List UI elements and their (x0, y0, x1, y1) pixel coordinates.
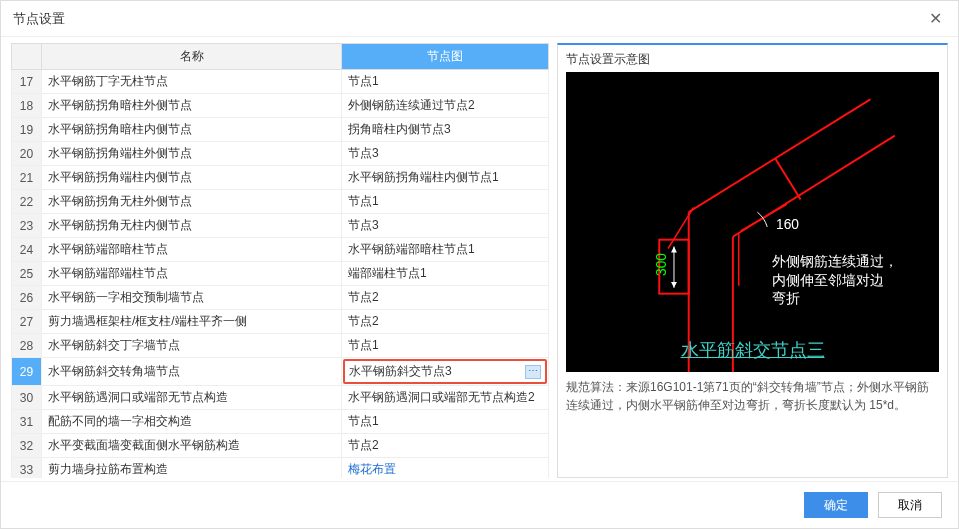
col-diagram[interactable]: 节点图 (342, 44, 549, 70)
cell-value: 水平钢筋斜交节点3 (349, 363, 452, 380)
table-row[interactable]: 29水平钢筋斜交转角墙节点水平钢筋斜交节点3⋯ (12, 358, 549, 386)
table-row[interactable]: 27剪力墙遇框架柱/框支柱/端柱平齐一侧节点2 (12, 310, 549, 334)
cell-name[interactable]: 水平钢筋拐角端柱外侧节点 (42, 142, 342, 166)
cell-diagram[interactable]: 节点1 (342, 190, 549, 214)
dim-label: 300 (654, 253, 669, 276)
cell-name[interactable]: 水平钢筋斜交转角墙节点 (42, 358, 342, 386)
cell-diagram[interactable]: 梅花布置 (342, 458, 549, 479)
cell-diagram[interactable]: 节点1 (342, 70, 549, 94)
table-row[interactable]: 17水平钢筋丁字无柱节点节点1 (12, 70, 549, 94)
table-row[interactable]: 24水平钢筋端部暗柱节点水平钢筋端部暗柱节点1 (12, 238, 549, 262)
angle-label: 160 (776, 217, 799, 232)
row-number: 26 (12, 286, 42, 310)
ok-button[interactable]: 确定 (804, 492, 868, 518)
cell-name[interactable]: 水平钢筋拐角暗柱内侧节点 (42, 118, 342, 142)
cell-link[interactable]: 梅花布置 (348, 462, 396, 476)
table-row[interactable]: 22水平钢筋拐角无柱外侧节点节点1 (12, 190, 549, 214)
cell-name[interactable]: 水平钢筋拐角暗柱外侧节点 (42, 94, 342, 118)
svg-line-4 (775, 158, 801, 199)
table-row[interactable]: 28水平钢筋斜交丁字墙节点节点1 (12, 334, 549, 358)
row-number: 23 (12, 214, 42, 238)
cell-diagram[interactable]: 节点2 (342, 434, 549, 458)
cell-diagram[interactable]: 节点2 (342, 310, 549, 334)
cell-name[interactable]: 水平钢筋端部暗柱节点 (42, 238, 342, 262)
table-row[interactable]: 20水平钢筋拐角端柱外侧节点节点3 (12, 142, 549, 166)
cell-diagram[interactable]: 水平钢筋遇洞口或端部无节点构造2 (342, 386, 549, 410)
row-number: 32 (12, 434, 42, 458)
cell-diagram[interactable]: 拐角暗柱内侧节点3 (342, 118, 549, 142)
svg-line-2 (689, 99, 871, 212)
cell-name[interactable]: 水平钢筋拐角无柱外侧节点 (42, 190, 342, 214)
diag-note-2: 内侧伸至邻墙对边 (772, 273, 884, 288)
svg-line-5 (668, 207, 694, 248)
cell-name[interactable]: 配筋不同的墙一字相交构造 (42, 410, 342, 434)
table-row[interactable]: 21水平钢筋拐角端柱内侧节点水平钢筋拐角端柱内侧节点1 (12, 166, 549, 190)
row-number: 29 (12, 358, 42, 386)
cell-name[interactable]: 水平钢筋遇洞口或端部无节点构造 (42, 386, 342, 410)
row-number: 33 (12, 458, 42, 479)
row-number: 27 (12, 310, 42, 334)
dialog-title: 节点设置 (13, 10, 65, 28)
diagram-preview: 160 300 外侧钢筋连续通过， 内侧伸至邻墙对边 弯折 水平筋斜交节点三 (566, 72, 939, 372)
cell-diagram[interactable]: 节点1 (342, 410, 549, 434)
row-number: 28 (12, 334, 42, 358)
cancel-button[interactable]: 取消 (878, 492, 942, 518)
cell-diagram[interactable]: 节点2 (342, 286, 549, 310)
row-number: 25 (12, 262, 42, 286)
table-row[interactable]: 19水平钢筋拐角暗柱内侧节点拐角暗柱内侧节点3 (12, 118, 549, 142)
node-table: 名称 节点图 17水平钢筋丁字无柱节点节点118水平钢筋拐角暗柱外侧节点外侧钢筋… (11, 43, 549, 478)
diagram-link[interactable]: 水平筋斜交节点三 (681, 338, 825, 362)
cell-name[interactable]: 水平钢筋斜交丁字墙节点 (42, 334, 342, 358)
close-icon[interactable]: ✕ (925, 9, 946, 28)
table-row[interactable]: 18水平钢筋拐角暗柱外侧节点外侧钢筋连续通过节点2 (12, 94, 549, 118)
cell-diagram[interactable]: 端部端柱节点1 (342, 262, 549, 286)
cell-name[interactable]: 水平变截面墙变截面侧水平钢筋构造 (42, 434, 342, 458)
cell-name[interactable]: 剪力墙身拉筋布置构造 (42, 458, 342, 479)
table-row[interactable]: 23水平钢筋拐角无柱内侧节点节点3 (12, 214, 549, 238)
table-row[interactable]: 31配筋不同的墙一字相交构造节点1 (12, 410, 549, 434)
cell-name[interactable]: 水平钢筋拐角端柱内侧节点 (42, 166, 342, 190)
cell-diagram[interactable]: 水平钢筋拐角端柱内侧节点1 (342, 166, 549, 190)
row-number: 17 (12, 70, 42, 94)
cell-diagram[interactable]: 水平钢筋斜交节点3⋯ (342, 358, 549, 386)
cell-name[interactable]: 水平钢筋端部端柱节点 (42, 262, 342, 286)
cell-diagram[interactable]: 节点1 (342, 334, 549, 358)
diag-note-1: 外侧钢筋连续通过， (772, 254, 898, 269)
table-row[interactable]: 32水平变截面墙变截面侧水平钢筋构造节点2 (12, 434, 549, 458)
row-number: 20 (12, 142, 42, 166)
col-rownum (12, 44, 42, 70)
row-number: 19 (12, 118, 42, 142)
row-number: 30 (12, 386, 42, 410)
cell-name[interactable]: 水平钢筋丁字无柱节点 (42, 70, 342, 94)
preview-desc: 规范算法：来源16G101-1第71页的“斜交转角墙”节点；外侧水平钢筋连续通过… (566, 378, 939, 414)
table-row[interactable]: 25水平钢筋端部端柱节点端部端柱节点1 (12, 262, 549, 286)
col-name[interactable]: 名称 (42, 44, 342, 70)
cell-diagram[interactable]: 节点3 (342, 142, 549, 166)
diag-note-3: 弯折 (772, 291, 800, 306)
cell-diagram[interactable]: 外侧钢筋连续通过节点2 (342, 94, 549, 118)
table-row[interactable]: 26水平钢筋一字相交预制墙节点节点2 (12, 286, 549, 310)
cell-diagram[interactable]: 节点3 (342, 214, 549, 238)
table-row[interactable]: 30水平钢筋遇洞口或端部无节点构造水平钢筋遇洞口或端部无节点构造2 (12, 386, 549, 410)
cell-diagram[interactable]: 水平钢筋端部暗柱节点1 (342, 238, 549, 262)
row-number: 21 (12, 166, 42, 190)
row-number: 22 (12, 190, 42, 214)
row-number: 24 (12, 238, 42, 262)
cell-name[interactable]: 水平钢筋拐角无柱内侧节点 (42, 214, 342, 238)
row-number: 31 (12, 410, 42, 434)
preview-title: 节点设置示意图 (566, 51, 939, 68)
row-number: 18 (12, 94, 42, 118)
table-row[interactable]: 33剪力墙身拉筋布置构造梅花布置 (12, 458, 549, 479)
cell-name[interactable]: 水平钢筋一字相交预制墙节点 (42, 286, 342, 310)
cell-name[interactable]: 剪力墙遇框架柱/框支柱/端柱平齐一侧 (42, 310, 342, 334)
ellipsis-icon[interactable]: ⋯ (525, 365, 541, 379)
